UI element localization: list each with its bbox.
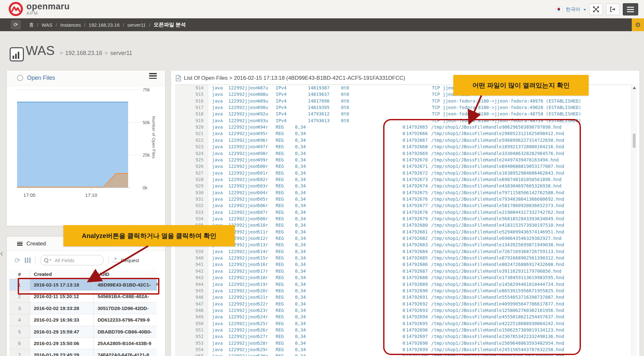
lsof-row[interactable]: 935java122992jjeon510rREG0,34014792680/t…	[175, 222, 631, 229]
lsof-row[interactable]: 922java122992jjeon496rREG0,34014792667/t…	[175, 137, 631, 144]
lsof-row[interactable]: 923java122992jjeon497rREG0,34014792668/t…	[175, 144, 631, 150]
created-cell[interactable]: 2016-01-29 16:36:33	[30, 314, 94, 325]
refresh-button[interactable]: ⟳	[11, 20, 21, 29]
lsof-row[interactable]: 941java122992jjeon516rREG0,34014792686/t…	[175, 261, 631, 268]
table-row[interactable]: 22016-02-11 15:20:12545691BA-C88E-402A-	[9, 291, 157, 302]
lsof-row[interactable]: 925java122992jjeon499rREG0,34014792670/t…	[175, 157, 631, 163]
scrollbar[interactable]	[631, 85, 637, 356]
table-row[interactable]: 12016-02-15 17:13:184BD99E43-B1BD-42C1-	[9, 279, 157, 291]
lsof-row[interactable]: 953java122992jjeon528rREG0,34014792698/t…	[175, 340, 631, 347]
lsof-row[interactable]: 936java122992jjeon511rREG0,34014792681/t…	[175, 229, 631, 235]
uuid-cell[interactable]: 545691BA-C88E-402A-	[94, 291, 157, 302]
lsof-row[interactable]: 949java122992jjeon524rREG0,34014792694/t…	[175, 314, 631, 320]
lsof-row[interactable]: 947java122992jjeon522rREG0,34014792692/t…	[175, 301, 631, 307]
lsof-row[interactable]: 944java122992jjeon519rREG0,34014792689/t…	[175, 281, 631, 288]
lsof-row[interactable]: 948java122992jjeon523rREG0,34014792693/t…	[175, 307, 631, 314]
line-number: 953	[175, 341, 204, 346]
language-selector[interactable]: 한국어	[566, 6, 580, 13]
lsof-row[interactable]: 932java122992jjeon506rREG0,34014792677/t…	[175, 203, 631, 209]
lsof-row[interactable]: 931java122992jjeon505rREG0,34014792676/t…	[175, 196, 631, 203]
lsof-row[interactable]: 933java122992jjeon507rREG0,34014792678/t…	[175, 209, 631, 216]
uuid-cell[interactable]: 25AA2805-B104-433B-9	[94, 338, 157, 349]
sidebar-collapse-handle[interactable]: ‹	[0, 248, 3, 258]
lsof-row[interactable]: 918java122992jjeon492uIPv4147936120t0TCP…	[175, 111, 631, 117]
uuid-cell[interactable]: DBABD709-CB66-40B0-	[94, 326, 157, 337]
created-cell[interactable]: 2016-01-29 15:50:06	[30, 338, 94, 349]
sizeoff: 0	[402, 203, 405, 208]
lsof-row[interactable]: 950java122992jjeon525rREG0,34014792695/t…	[175, 321, 631, 327]
request-button[interactable]: Request	[113, 258, 139, 263]
created-cell[interactable]: 2016-02-15 17:13:18	[30, 279, 94, 290]
lsof-row[interactable]: 920java122992jjeon494rREG0,34014792665/t…	[175, 124, 631, 131]
lsof-row[interactable]: 937java122992jjeon512rREG0,34014792682/t…	[175, 235, 631, 242]
line-number: 917	[175, 105, 204, 110]
uuid-cell[interactable]: DD612233-6796-4799-9	[94, 314, 157, 325]
column-header[interactable]: #	[9, 270, 30, 279]
lsof-row[interactable]: 928java122992jjeon502rREG0,34014792673/t…	[175, 177, 631, 183]
lsof-row[interactable]: 926java122992jjeon500rREG0,34014792671/t…	[175, 163, 631, 170]
lsof-row[interactable]: 917java122992jjeon490uIPv4148193950t0TCP…	[175, 105, 631, 111]
column-header[interactable]: UUID	[94, 270, 157, 279]
logout-button[interactable]	[606, 4, 620, 15]
created-table: #CreatedUUID12016-02-15 17:13:184BD99E43…	[9, 270, 157, 356]
lsof-row[interactable]: 946java122992jjeon521rREG0,34014792691/t…	[175, 294, 631, 301]
created-cell[interactable]: 2016-01-29 15:59:47	[30, 326, 94, 337]
path-segment[interactable]: server11	[110, 50, 132, 56]
lsof-row[interactable]: 952java122992jjeon527rREG0,34014792697/t…	[175, 333, 631, 340]
type: REG	[276, 144, 284, 149]
breadcrumb-item[interactable]: Instances	[60, 22, 81, 28]
breadcrumb-item[interactable]: server11	[127, 22, 146, 28]
lsof-row[interactable]: 942java122992jjeon517rREG0,34014792687/t…	[175, 268, 631, 275]
lsof-row[interactable]: 951java122992jjeon526rREG0,34014792696/t…	[175, 327, 631, 333]
table-row[interactable]: 72016-01-28 23:45:2974F422A0-6476-4121-8	[9, 349, 157, 356]
scrollbar-thumb[interactable]	[633, 133, 636, 148]
user: jjeon	[245, 124, 258, 130]
path-segment[interactable]: 192.168.23.16	[65, 50, 102, 56]
lsof-row[interactable]: 934java122992jjeon508rREG0,34014792679/t…	[175, 216, 631, 222]
fd: 497r	[257, 144, 268, 149]
lsof-row[interactable]: 919java122992jjeon493uIPv4147936130t0TCP…	[175, 118, 631, 124]
table-row[interactable]: 62016-01-29 15:50:0625AA2805-B104-433B-9	[9, 338, 157, 349]
breadcrumb-item[interactable]: WAS	[42, 22, 52, 28]
search-box[interactable]	[40, 255, 104, 265]
breadcrumb-item[interactable]: 홈	[29, 22, 34, 28]
created-cell[interactable]: 2016-02-02 19:33:28	[30, 303, 94, 314]
breadcrumb-item[interactable]: 오픈파일 분석	[154, 22, 186, 28]
uuid-cell[interactable]: 30517D28-1D96-42DD-	[94, 303, 157, 314]
lsof-row[interactable]: 954java122992jjeon529rREG0,34014792699/t…	[175, 347, 631, 353]
lsof-row[interactable]: 916java122992jjeon489uIPv4148176960t0TCP…	[175, 98, 631, 105]
lsof-row[interactable]: 938java122992jjeon513rREG0,34014792683/t…	[175, 242, 631, 248]
open-files-chart[interactable]: 75k50k25k0k17:0517:10Number of Open File…	[7, 86, 165, 215]
scrollbar-up-icon[interactable]	[633, 87, 636, 89]
lsof-row[interactable]: 939java122992jjeon514rREG0,34014792684/t…	[175, 249, 631, 255]
uuid-cell[interactable]: 74F422A0-6476-4121-8	[94, 349, 157, 356]
table-row[interactable]: 52016-01-29 15:59:47DBABD709-CB66-40B0-	[9, 326, 157, 338]
created-cell[interactable]: 2016-02-11 15:20:12	[30, 291, 94, 302]
table-row[interactable]: 42016-01-29 16:36:33DD612233-6796-4799-9	[9, 314, 157, 326]
lsof-row[interactable]: 930java122992jjeon504rREG0,34014792675/t…	[175, 190, 631, 196]
table-row[interactable]: 32016-02-02 19:33:2830517D28-1D96-42DD-	[9, 303, 157, 314]
column-header[interactable]: Created	[30, 270, 94, 279]
chart-context-menu-button[interactable]	[149, 73, 157, 79]
line-number: 934	[175, 216, 204, 221]
settings-gear-tab[interactable]: ⚙	[632, 18, 644, 31]
lsof-row[interactable]: 943java122992jjeon518rREG0,34014792688/t…	[175, 275, 631, 281]
fullscreen-button[interactable]	[589, 4, 603, 15]
lsof-row[interactable]: 940java122992jjeon515rREG0,34014792685/t…	[175, 255, 631, 261]
search-input[interactable]	[54, 257, 97, 263]
lsof-row[interactable]: 927java122992jjeon501rREG0,34014792672/t…	[175, 170, 631, 177]
fd: 517r	[257, 269, 268, 274]
columns-button[interactable]	[25, 258, 31, 263]
lsof-row[interactable]: 921java122992jjeon495rREG0,34014792666/t…	[175, 131, 631, 137]
lsof-row[interactable]: 955java122992jjeon530rREG0,34014792700/t…	[175, 353, 631, 356]
open-file-list[interactable]: 914java122992jjeon487uIPv4148193870t0TCP…	[175, 85, 631, 356]
uuid-cell[interactable]: 4BD99E43-B1BD-42C1-	[94, 279, 157, 290]
lsof-row[interactable]: 945java122992jjeon520rREG0,34014792690/t…	[175, 288, 631, 294]
lsof-row[interactable]: 929java122992jjeon503rREG0,34014792674/t…	[175, 183, 631, 189]
scroll-up-icon[interactable]	[156, 282, 159, 285]
main-menu-button[interactable]	[623, 3, 638, 15]
created-cell[interactable]: 2016-01-28 23:45:29	[30, 349, 94, 356]
breadcrumb-item[interactable]: 192.168.23.16	[89, 22, 119, 28]
table-refresh-button[interactable]: ⟳	[14, 257, 20, 264]
lsof-row[interactable]: 924java122992jjeon498rREG0,34014792669/t…	[175, 151, 631, 157]
